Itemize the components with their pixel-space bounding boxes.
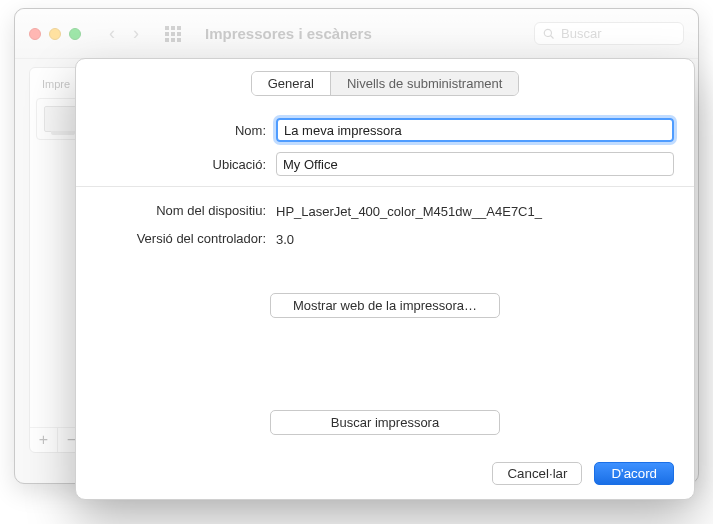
general-form: Nom: Ubicació: Nom del dispositiu: HP_La… xyxy=(96,118,674,435)
forward-icon[interactable]: › xyxy=(127,23,145,44)
search-placeholder: Buscar xyxy=(561,26,601,41)
zoom-window-icon[interactable] xyxy=(69,28,81,40)
tab-general[interactable]: General xyxy=(252,72,331,95)
back-icon[interactable]: ‹ xyxy=(103,23,121,44)
location-input[interactable] xyxy=(276,152,674,176)
search-field[interactable]: Buscar xyxy=(534,22,684,45)
all-prefs-icon[interactable] xyxy=(165,26,181,42)
cancel-button[interactable]: Cancel·lar xyxy=(492,462,582,485)
printer-options-sheet: General Nivells de subministrament Nom: … xyxy=(75,58,695,500)
location-label: Ubicació: xyxy=(96,157,276,172)
dialog-buttons: Cancel·lar D'acord xyxy=(492,462,674,485)
search-icon xyxy=(543,28,555,40)
device-name-value: HP_LaserJet_400_color_M451dw__A4E7C1_ xyxy=(276,201,542,219)
close-window-icon[interactable] xyxy=(29,28,41,40)
window-controls xyxy=(29,28,81,40)
nav-arrows: ‹ › xyxy=(103,23,145,44)
driver-version-value: 3.0 xyxy=(276,229,294,247)
add-printer-button[interactable]: + xyxy=(30,428,58,452)
tab-bar: General Nivells de subministrament xyxy=(96,71,674,96)
driver-version-label: Versió del controlador: xyxy=(96,231,276,246)
tab-supplies[interactable]: Nivells de subministrament xyxy=(331,72,518,95)
separator xyxy=(76,186,694,187)
name-label: Nom: xyxy=(96,123,276,138)
minimize-window-icon[interactable] xyxy=(49,28,61,40)
titlebar: ‹ › Impressores i escàners Buscar xyxy=(15,9,698,59)
show-printer-web-button[interactable]: Mostrar web de la impressora… xyxy=(270,293,500,318)
window-title: Impressores i escàners xyxy=(205,25,372,42)
find-printer-button[interactable]: Buscar impressora xyxy=(270,410,500,435)
device-name-label: Nom del dispositiu: xyxy=(96,203,276,218)
name-input[interactable] xyxy=(276,118,674,142)
ok-button[interactable]: D'acord xyxy=(594,462,674,485)
